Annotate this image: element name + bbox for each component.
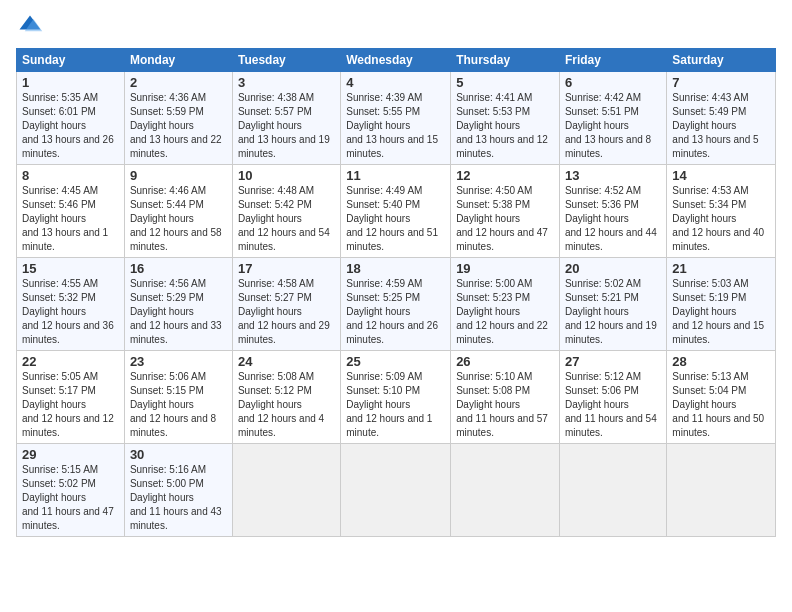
day-cell: 13Sunrise: 4:52 AMSunset: 5:36 PMDayligh… (559, 165, 666, 258)
day-number: 5 (456, 75, 554, 90)
day-number: 25 (346, 354, 445, 369)
day-number: 4 (346, 75, 445, 90)
dow-header-sunday: Sunday (17, 49, 125, 72)
day-cell: 18Sunrise: 4:59 AMSunset: 5:25 PMDayligh… (341, 258, 451, 351)
day-info: Sunrise: 4:53 AMSunset: 5:34 PMDaylight … (672, 185, 764, 252)
week-row-4: 22Sunrise: 5:05 AMSunset: 5:17 PMDayligh… (17, 351, 776, 444)
day-cell: 19Sunrise: 5:00 AMSunset: 5:23 PMDayligh… (451, 258, 560, 351)
day-number: 26 (456, 354, 554, 369)
day-info: Sunrise: 5:13 AMSunset: 5:04 PMDaylight … (672, 371, 764, 438)
day-number: 10 (238, 168, 335, 183)
calendar-body: 1Sunrise: 5:35 AMSunset: 6:01 PMDaylight… (17, 72, 776, 537)
dow-header-thursday: Thursday (451, 49, 560, 72)
day-info: Sunrise: 4:50 AMSunset: 5:38 PMDaylight … (456, 185, 548, 252)
logo (16, 12, 48, 40)
day-cell: 3Sunrise: 4:38 AMSunset: 5:57 PMDaylight… (232, 72, 340, 165)
week-row-3: 15Sunrise: 4:55 AMSunset: 5:32 PMDayligh… (17, 258, 776, 351)
day-info: Sunrise: 4:58 AMSunset: 5:27 PMDaylight … (238, 278, 330, 345)
day-cell (341, 444, 451, 537)
dow-header-tuesday: Tuesday (232, 49, 340, 72)
day-cell: 11Sunrise: 4:49 AMSunset: 5:40 PMDayligh… (341, 165, 451, 258)
day-number: 11 (346, 168, 445, 183)
day-number: 16 (130, 261, 227, 276)
day-cell: 17Sunrise: 4:58 AMSunset: 5:27 PMDayligh… (232, 258, 340, 351)
day-cell: 16Sunrise: 4:56 AMSunset: 5:29 PMDayligh… (124, 258, 232, 351)
day-number: 1 (22, 75, 119, 90)
day-info: Sunrise: 5:05 AMSunset: 5:17 PMDaylight … (22, 371, 114, 438)
day-info: Sunrise: 5:10 AMSunset: 5:08 PMDaylight … (456, 371, 548, 438)
day-info: Sunrise: 5:06 AMSunset: 5:15 PMDaylight … (130, 371, 216, 438)
day-cell (559, 444, 666, 537)
day-number: 13 (565, 168, 661, 183)
day-cell: 1Sunrise: 5:35 AMSunset: 6:01 PMDaylight… (17, 72, 125, 165)
day-number: 29 (22, 447, 119, 462)
dow-header-friday: Friday (559, 49, 666, 72)
calendar-page: SundayMondayTuesdayWednesdayThursdayFrid… (0, 0, 792, 612)
day-number: 8 (22, 168, 119, 183)
day-number: 20 (565, 261, 661, 276)
dow-header-saturday: Saturday (667, 49, 776, 72)
days-of-week-row: SundayMondayTuesdayWednesdayThursdayFrid… (17, 49, 776, 72)
day-cell: 6Sunrise: 4:42 AMSunset: 5:51 PMDaylight… (559, 72, 666, 165)
day-cell: 24Sunrise: 5:08 AMSunset: 5:12 PMDayligh… (232, 351, 340, 444)
day-number: 21 (672, 261, 770, 276)
day-number: 23 (130, 354, 227, 369)
day-number: 22 (22, 354, 119, 369)
day-cell: 8Sunrise: 4:45 AMSunset: 5:46 PMDaylight… (17, 165, 125, 258)
day-cell: 14Sunrise: 4:53 AMSunset: 5:34 PMDayligh… (667, 165, 776, 258)
dow-header-monday: Monday (124, 49, 232, 72)
day-cell: 22Sunrise: 5:05 AMSunset: 5:17 PMDayligh… (17, 351, 125, 444)
day-cell: 23Sunrise: 5:06 AMSunset: 5:15 PMDayligh… (124, 351, 232, 444)
day-cell: 29Sunrise: 5:15 AMSunset: 5:02 PMDayligh… (17, 444, 125, 537)
logo-icon (16, 12, 44, 40)
day-cell: 10Sunrise: 4:48 AMSunset: 5:42 PMDayligh… (232, 165, 340, 258)
day-info: Sunrise: 4:38 AMSunset: 5:57 PMDaylight … (238, 92, 330, 159)
day-number: 19 (456, 261, 554, 276)
day-info: Sunrise: 4:48 AMSunset: 5:42 PMDaylight … (238, 185, 330, 252)
day-cell: 26Sunrise: 5:10 AMSunset: 5:08 PMDayligh… (451, 351, 560, 444)
day-cell: 12Sunrise: 4:50 AMSunset: 5:38 PMDayligh… (451, 165, 560, 258)
day-cell: 27Sunrise: 5:12 AMSunset: 5:06 PMDayligh… (559, 351, 666, 444)
calendar-table: SundayMondayTuesdayWednesdayThursdayFrid… (16, 48, 776, 537)
day-cell: 25Sunrise: 5:09 AMSunset: 5:10 PMDayligh… (341, 351, 451, 444)
day-info: Sunrise: 4:59 AMSunset: 5:25 PMDaylight … (346, 278, 438, 345)
day-info: Sunrise: 4:41 AMSunset: 5:53 PMDaylight … (456, 92, 548, 159)
day-cell: 7Sunrise: 4:43 AMSunset: 5:49 PMDaylight… (667, 72, 776, 165)
day-cell: 20Sunrise: 5:02 AMSunset: 5:21 PMDayligh… (559, 258, 666, 351)
day-info: Sunrise: 4:55 AMSunset: 5:32 PMDaylight … (22, 278, 114, 345)
day-info: Sunrise: 5:08 AMSunset: 5:12 PMDaylight … (238, 371, 324, 438)
week-row-5: 29Sunrise: 5:15 AMSunset: 5:02 PMDayligh… (17, 444, 776, 537)
day-info: Sunrise: 5:35 AMSunset: 6:01 PMDaylight … (22, 92, 114, 159)
dow-header-wednesday: Wednesday (341, 49, 451, 72)
day-info: Sunrise: 5:00 AMSunset: 5:23 PMDaylight … (456, 278, 548, 345)
day-number: 17 (238, 261, 335, 276)
day-info: Sunrise: 4:39 AMSunset: 5:55 PMDaylight … (346, 92, 438, 159)
day-number: 14 (672, 168, 770, 183)
day-cell: 30Sunrise: 5:16 AMSunset: 5:00 PMDayligh… (124, 444, 232, 537)
day-number: 3 (238, 75, 335, 90)
day-cell: 28Sunrise: 5:13 AMSunset: 5:04 PMDayligh… (667, 351, 776, 444)
day-cell: 4Sunrise: 4:39 AMSunset: 5:55 PMDaylight… (341, 72, 451, 165)
day-cell (232, 444, 340, 537)
day-cell: 2Sunrise: 4:36 AMSunset: 5:59 PMDaylight… (124, 72, 232, 165)
day-info: Sunrise: 5:09 AMSunset: 5:10 PMDaylight … (346, 371, 432, 438)
week-row-2: 8Sunrise: 4:45 AMSunset: 5:46 PMDaylight… (17, 165, 776, 258)
day-number: 2 (130, 75, 227, 90)
day-info: Sunrise: 4:52 AMSunset: 5:36 PMDaylight … (565, 185, 657, 252)
header (16, 12, 776, 40)
day-cell: 5Sunrise: 4:41 AMSunset: 5:53 PMDaylight… (451, 72, 560, 165)
day-number: 30 (130, 447, 227, 462)
day-info: Sunrise: 5:02 AMSunset: 5:21 PMDaylight … (565, 278, 657, 345)
day-number: 9 (130, 168, 227, 183)
day-number: 24 (238, 354, 335, 369)
day-info: Sunrise: 4:36 AMSunset: 5:59 PMDaylight … (130, 92, 222, 159)
day-info: Sunrise: 4:43 AMSunset: 5:49 PMDaylight … (672, 92, 758, 159)
day-info: Sunrise: 5:03 AMSunset: 5:19 PMDaylight … (672, 278, 764, 345)
day-cell (451, 444, 560, 537)
day-info: Sunrise: 5:16 AMSunset: 5:00 PMDaylight … (130, 464, 222, 531)
day-info: Sunrise: 4:45 AMSunset: 5:46 PMDaylight … (22, 185, 108, 252)
day-cell: 21Sunrise: 5:03 AMSunset: 5:19 PMDayligh… (667, 258, 776, 351)
day-info: Sunrise: 4:46 AMSunset: 5:44 PMDaylight … (130, 185, 222, 252)
day-info: Sunrise: 4:42 AMSunset: 5:51 PMDaylight … (565, 92, 651, 159)
day-cell: 9Sunrise: 4:46 AMSunset: 5:44 PMDaylight… (124, 165, 232, 258)
